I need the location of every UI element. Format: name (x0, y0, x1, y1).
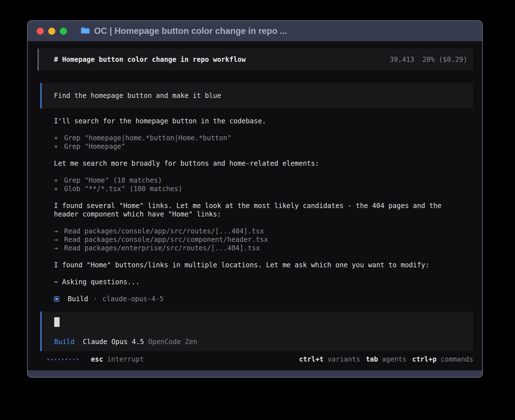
tab-key-hint: tab (366, 355, 378, 363)
user-message: Find the homepage button and make it blu… (40, 83, 473, 108)
close-button[interactable] (37, 28, 44, 35)
arrow-icon: → (54, 227, 64, 235)
assistant-status: ~ Asking questions... (54, 278, 473, 286)
interrupt-hint: escinterrupt (91, 355, 144, 364)
terminal-content[interactable]: # Homepage button color change in repo w… (28, 41, 482, 370)
read-tool-line: →Read packages/enterprise/src/routes/[..… (54, 244, 473, 252)
input-model-label: Claude Opus 4.5 (83, 338, 144, 346)
agent-name: Build (68, 295, 88, 303)
token-count: 39,413 (390, 55, 414, 64)
status-bar-right: ctrl+tvariants tabagents ctrl+pcommands (299, 355, 473, 364)
assistant-text: I found several "Home" links. Let me loo… (54, 202, 473, 210)
variants-hint: ctrl+tvariants (299, 355, 360, 364)
spinner-dot (47, 359, 49, 360)
tool-call-text: Grep "Home" (18 matches) (64, 176, 162, 184)
spinner-dots (47, 359, 78, 360)
folder-icon (80, 27, 90, 36)
tool-call-line: ∗Grep "Home" (18 matches) (54, 176, 473, 185)
tool-call-line: ∗Grep "homepage|home.*button|Home.*butto… (54, 134, 473, 142)
spinner-dot (73, 359, 75, 360)
commands-hint: ctrl+pcommands (412, 355, 473, 364)
spinner-dot (69, 359, 71, 360)
window-title: OC | Homepage button color change in rep… (94, 26, 287, 36)
user-message-text: Find the homepage button and make it blu… (54, 91, 221, 100)
spinner-dot (51, 359, 53, 360)
tool-call-text: Glob "**/*.tsx" (100 matches) (64, 185, 182, 193)
session-header: # Homepage button color change in repo w… (38, 49, 473, 71)
tool-call-line: ∗Grep "Homepage" (54, 142, 473, 151)
ctrl-p-key-hint: ctrl+p (412, 355, 437, 363)
assistant-text: header component which have "Home" links… (54, 210, 473, 218)
agents-hint: tabagents (366, 355, 407, 364)
read-tool-text: Read packages/console/app/src/component/… (64, 236, 268, 244)
input-provider-label: OpenCode Zen (148, 338, 197, 346)
tool-bullet-icon: ∗ (54, 134, 64, 142)
tool-call-group: →Read packages/console/app/src/routes/[.… (54, 227, 473, 252)
title-group: OC | Homepage button color change in rep… (80, 26, 287, 36)
minimize-button[interactable] (48, 28, 55, 35)
input-agent-label[interactable]: Build (54, 338, 75, 346)
assistant-paragraph: I found "Home" buttons/links in multiple… (54, 261, 473, 269)
text-cursor (54, 317, 60, 327)
prompt-input[interactable]: Build Claude Opus 4.5 OpenCode Zen (40, 312, 473, 351)
tool-bullet-icon: ∗ (54, 176, 64, 185)
maximize-button[interactable] (60, 28, 67, 35)
status-bar-left: escinterrupt (47, 355, 144, 364)
window-titlebar: OC | Homepage button color change in rep… (28, 21, 482, 41)
read-tool-text: Read packages/enterprise/src/routes/[...… (64, 244, 260, 252)
status-bar: escinterrupt ctrl+tvariants tabagents ct… (38, 355, 473, 364)
session-stats: 39,413 20% ($0.29) (390, 55, 467, 64)
ctrl-t-key-hint: ctrl+t (299, 355, 324, 363)
arrow-icon: → (54, 235, 64, 244)
tool-bullet-icon: ∗ (54, 185, 64, 193)
assistant-text: Let me search more broadly for buttons a… (54, 159, 473, 168)
tool-call-text: Grep "homepage|home.*button|Home.*button… (64, 134, 231, 142)
status-text: ~ Asking questions... (54, 278, 473, 286)
agent-separator: · (93, 295, 97, 303)
spinner-dot (58, 359, 60, 360)
assistant-text: I'll search for the homepage button in t… (54, 117, 473, 125)
spinner-dot (55, 359, 56, 360)
tool-call-group: ∗Grep "Home" (18 matches) ∗Glob "**/*.ts… (54, 176, 473, 193)
terminal-window: OC | Homepage button color change in rep… (27, 20, 483, 378)
tool-call-line: ∗Glob "**/*.tsx" (100 matches) (54, 185, 473, 193)
arrow-icon: → (54, 244, 64, 252)
assistant-paragraph: I found several "Home" links. Let me loo… (54, 202, 473, 218)
agent-square-icon (54, 296, 59, 302)
session-title: # Homepage button color change in repo w… (54, 55, 246, 64)
model-status-row: Build Claude Opus 4.5 OpenCode Zen (54, 338, 466, 346)
agents-label: agents (382, 355, 407, 363)
spinner-dot (66, 359, 67, 360)
spinner-dot (77, 359, 78, 360)
tool-bullet-icon: ∗ (54, 142, 64, 151)
read-tool-text: Read packages/console/app/src/routes/[..… (64, 227, 264, 235)
traffic-lights (37, 28, 67, 35)
tool-call-text: Grep "Homepage" (64, 143, 125, 150)
assistant-paragraph: I'll search for the homepage button in t… (54, 117, 473, 125)
agent-status-row: Build · claude-opus-4-5 (54, 295, 473, 303)
read-tool-line: →Read packages/console/app/src/component… (54, 235, 473, 244)
conversation: I'll search for the homepage button in t… (38, 117, 473, 303)
assistant-text: I found "Home" buttons/links in multiple… (54, 261, 473, 269)
variants-label: variants (328, 355, 360, 363)
assistant-paragraph: Let me search more broadly for buttons a… (54, 159, 473, 168)
interrupt-label: interrupt (107, 355, 144, 363)
spinner-dot (62, 359, 64, 360)
agent-model: claude-opus-4-5 (102, 295, 164, 303)
esc-key-hint: esc (91, 355, 103, 363)
commands-label: commands (440, 355, 473, 363)
context-cost: 20% ($0.29) (422, 55, 467, 64)
tool-call-group: ∗Grep "homepage|home.*button|Home.*butto… (54, 134, 473, 151)
read-tool-line: →Read packages/console/app/src/routes/[.… (54, 227, 473, 235)
agent-square-dot (55, 298, 58, 300)
